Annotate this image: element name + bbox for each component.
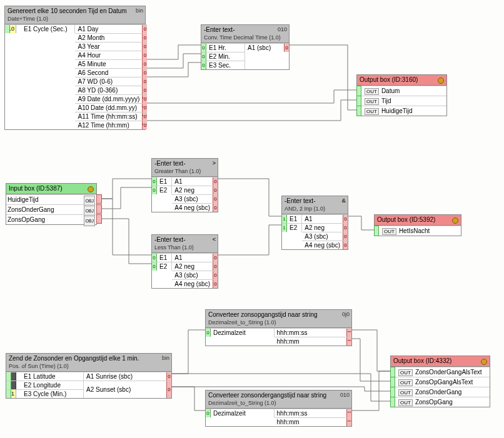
node-less-than[interactable]: -Enter text- Less Than (1.0) < 0E1 0E2 A… <box>151 234 218 289</box>
input-port[interactable]: 0 <box>152 186 157 194</box>
input-port[interactable] <box>390 387 395 397</box>
input-port[interactable]: 0 <box>201 43 206 52</box>
type-tag: bin <box>136 7 143 14</box>
titlebar[interactable]: Output box (ID:3160) <box>357 75 446 86</box>
input-port[interactable] <box>390 367 395 377</box>
output-port[interactable]: "0" <box>142 103 147 112</box>
titlebar[interactable]: Zend de Zonsonder en Opgangstijd elke 1 … <box>6 354 171 372</box>
input-port[interactable] <box>390 377 395 387</box>
input-port[interactable] <box>6 389 11 398</box>
output-port[interactable]: 0 <box>166 372 171 381</box>
output-port[interactable]: 0 <box>142 51 147 59</box>
node-output-5392[interactable]: Output box (ID:5392) OUTHetIsNacht <box>374 214 461 236</box>
node-input-5387[interactable]: Input box (ID:5387) HuidigeTijdOBJ ZonsO… <box>6 183 97 225</box>
input-port[interactable] <box>356 86 361 96</box>
titlebar[interactable]: Input box (ID:5387) <box>6 184 96 194</box>
output-port[interactable]: 0 <box>343 223 348 232</box>
input-port[interactable]: 0 <box>206 409 211 417</box>
titlebar[interactable]: Converteer zonsopgangstijd naar string D… <box>206 310 351 328</box>
output-port[interactable]: 0 <box>213 253 218 262</box>
output-port[interactable]: "0" <box>142 121 147 129</box>
output-port[interactable]: 0 <box>213 177 218 186</box>
output-port[interactable]: 0 <box>213 194 218 203</box>
node-convtime[interactable]: -Enter text- Conv. Time Decimal Time (1.… <box>201 24 290 70</box>
input-port[interactable]: 0 <box>201 52 206 61</box>
node-greater-than[interactable]: -Enter text- Greater Than (1.0) > 0E1 0E… <box>151 158 218 212</box>
input-port[interactable] <box>6 381 11 389</box>
input-port[interactable]: 0 <box>152 253 157 262</box>
node-pos-of-sun[interactable]: Zend de Zonsonder en Opgangstijd elke 1 … <box>6 353 172 399</box>
input-port[interactable] <box>356 106 361 116</box>
output-port[interactable]: 0 <box>142 86 147 94</box>
input-port[interactable] <box>374 226 379 236</box>
output-port[interactable]: 0 <box>213 186 218 194</box>
output-port[interactable]: 0 <box>142 77 147 86</box>
input-port[interactable]: 0 <box>152 262 157 271</box>
output-port[interactable]: 0 <box>343 241 348 249</box>
titlebar[interactable]: Output box (ID:5392) <box>375 215 461 226</box>
output-port[interactable]: 0 <box>142 59 147 68</box>
collapse-icon[interactable] <box>438 77 444 84</box>
input-port[interactable]: 0 <box>206 328 211 337</box>
output-port[interactable] <box>96 194 102 204</box>
output-port[interactable]: 0 <box>142 42 147 51</box>
title: Genereert elke 10 seconden Tijd en Datum <box>8 7 143 15</box>
input-port[interactable]: 0 <box>152 177 157 186</box>
node-datetime[interactable]: Genereert elke 10 seconden Tijd en Datum… <box>4 6 146 130</box>
input-port[interactable]: 1 <box>282 223 287 232</box>
titlebar[interactable]: -Enter text- Conv. Time Decimal Time (1.… <box>201 25 289 43</box>
input-label: E1 Cycle (Sec.) <box>18 25 73 33</box>
input-port[interactable] <box>356 96 361 106</box>
output-port[interactable]: "0" <box>142 112 147 121</box>
input-port[interactable]: 1 <box>282 214 287 223</box>
titlebar[interactable]: Genereert elke 10 seconden Tijd en Datum… <box>5 6 145 24</box>
input-port[interactable] <box>6 372 11 381</box>
collapse-icon[interactable] <box>452 217 458 224</box>
input-port[interactable] <box>390 397 395 407</box>
output-port[interactable]: "" <box>346 417 351 426</box>
node-dez-bottom[interactable]: Converteer zonsondergangstijd naar strin… <box>205 390 352 427</box>
titlebar[interactable]: -Enter text- Less Than (1.0) < <box>152 235 218 253</box>
output-port[interactable]: "0" <box>142 94 147 103</box>
output-port[interactable]: 0 <box>343 232 348 241</box>
output-port[interactable]: 0 <box>166 381 171 398</box>
output-port[interactable]: 0 <box>142 33 147 42</box>
titlebar[interactable]: Output box (ID:4332) <box>391 356 490 367</box>
input-port[interactable] <box>5 24 10 33</box>
output-port[interactable]: "" <box>346 409 351 417</box>
titlebar[interactable]: -Enter text- Greater Than (1.0) > <box>152 159 218 177</box>
output-port[interactable]: 0 <box>284 43 289 52</box>
output-port[interactable]: "" <box>346 328 351 337</box>
output-port[interactable]: "" <box>346 337 351 346</box>
node-output-4332[interactable]: Output box (ID:4332) OUTZonsOnderGangAls… <box>390 356 490 407</box>
output-port[interactable]: 0 <box>142 68 147 77</box>
collapse-icon[interactable] <box>481 359 487 365</box>
output-port[interactable]: 0 <box>213 262 218 271</box>
output-port[interactable]: 0 <box>213 279 218 288</box>
node-and[interactable]: -Enter text- AND, 2 Inp (1.0) & 1E1 1E2 … <box>281 196 348 250</box>
output-port[interactable]: 0 <box>142 24 147 33</box>
output-port[interactable] <box>96 214 102 224</box>
input-port[interactable]: 0 <box>201 61 206 69</box>
output-port[interactable]: 0 <box>213 203 218 212</box>
titlebar[interactable]: Converteer zonsondergangstijd naar strin… <box>206 391 351 409</box>
output-port[interactable] <box>96 204 102 214</box>
node-output-3160[interactable]: Output box (ID:3160) OUTDatum OUTTijd OU… <box>356 74 447 116</box>
output-port[interactable]: 0 <box>213 271 218 279</box>
subtitle: Date+Time (1.0) <box>8 15 143 22</box>
collapse-icon[interactable] <box>88 186 94 192</box>
titlebar[interactable]: -Enter text- AND, 2 Inp (1.0) & <box>282 196 348 214</box>
output-port[interactable]: 0 <box>343 214 348 223</box>
node-dez-top[interactable]: Converteer zonsopgangstijd naar string D… <box>205 309 352 346</box>
